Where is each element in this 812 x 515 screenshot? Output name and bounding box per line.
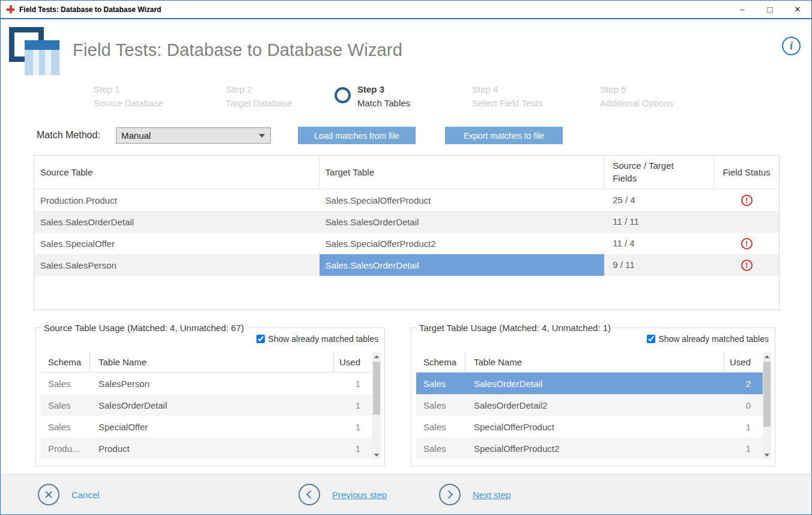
usage-table-row[interactable]: Produ...Product1 [41,437,372,459]
schema-cell: Sales [41,394,90,416]
column-header-source-table[interactable]: Source Table [34,156,320,189]
table-name-cell: SpecialOfferProduct [465,416,724,437]
previous-step-button[interactable]: Previous step [298,484,387,505]
match-table-row[interactable]: Production.ProductSales.SpecialOfferProd… [34,189,779,211]
used-cell: 0 [724,394,763,416]
column-header-used[interactable]: Used [334,352,372,372]
column-header-used[interactable]: Used [724,352,763,372]
source-show-matched-toggle[interactable]: Show already matched tables [256,334,378,344]
usage-table-row[interactable]: SalesSpecialOfferProduct21 [416,437,763,459]
usage-table-row[interactable]: SalesSalesOrderDetail2 [416,373,763,394]
next-step-button[interactable]: Next step [439,484,511,505]
maximize-button[interactable]: □ [756,1,784,18]
step-label: Step 4 [472,82,542,96]
usage-table-row[interactable]: SalesSpecialOffer1 [41,416,372,437]
used-cell: 1 [724,437,763,459]
target-table-cell[interactable]: Sales.SpecialOfferProduct [320,189,605,211]
source-table-cell[interactable]: Production.Product [34,189,320,211]
table-name-cell: SalesOrderDetail [465,373,724,394]
used-cell: 1 [334,416,372,437]
step-label: Step 1 [94,82,163,96]
schema-cell: Sales [416,416,465,437]
schema-cell: Sales [416,394,465,416]
target-table-cell[interactable]: Sales.SpecialOfferProduct2 [320,233,605,254]
cancel-label: Cancel [71,490,100,500]
source-usage-header: Schema Table Name Used [41,352,372,373]
table-name-cell: SalesOrderDetail [90,394,334,416]
target-table-cell[interactable]: Sales.SalesOrderDetail [320,211,605,233]
match-table-row[interactable]: Sales.SpecialOfferSales.SpecialOfferProd… [34,233,779,254]
fields-count-cell: 11 / 11 [604,211,714,233]
target-table-cell[interactable]: Sales.SalesOrderDetail [320,254,605,276]
schema-cell: Sales [41,416,90,437]
step-2: Step 2 Target Database [226,82,292,111]
used-cell: 1 [334,394,372,416]
scroll-up-icon[interactable] [372,352,381,361]
column-header-table-name[interactable]: Table Name [90,352,334,372]
warning-icon: ! [741,195,753,206]
source-table-cell[interactable]: Sales.SalesOrderDetail [34,211,320,233]
app-logo-icon [7,5,14,13]
step-sublabel: Source Database [94,96,163,110]
export-matches-button[interactable]: Export matches to file [445,127,563,144]
usage-table-row[interactable]: SalesSpecialOfferProduct1 [416,416,763,437]
usage-table-row[interactable]: SalesSalesPerson1 [41,373,372,394]
column-header-table-name[interactable]: Table Name [465,352,724,372]
source-show-matched-checkbox[interactable] [256,335,265,343]
active-step-indicator-icon [335,87,351,103]
scroll-thumb[interactable] [373,362,380,415]
step-5: Step 5 Additional Options [600,82,673,111]
footer-bar: Cancel Previous step Next step [1,474,811,514]
scroll-thumb[interactable] [763,362,771,427]
step-label: Step 3 [357,82,410,96]
column-header-schema[interactable]: Schema [416,352,465,372]
usage-table-row[interactable]: SalesSalesOrderDetail1 [41,394,372,416]
source-usage-scrollbar[interactable] [372,352,381,460]
column-header-field-status[interactable]: Field Status [714,156,779,189]
scroll-down-icon[interactable] [372,451,381,460]
page-title: Field Tests: Database to Database Wizard [73,40,402,60]
column-header-target-table[interactable]: Target Table [320,156,605,189]
step-sublabel: Target Database [226,96,292,110]
minimize-button[interactable]: – [729,1,756,18]
target-usage-body: SalesSalesOrderDetail2SalesSalesOrderDet… [416,373,771,459]
target-show-matched-checkbox[interactable] [647,335,655,343]
fields-count-cell: 9 / 11 [604,254,714,276]
cancel-button[interactable]: Cancel [38,484,100,505]
match-table-row[interactable]: Sales.SalesPersonSales.SalesOrderDetail9… [34,254,779,276]
source-table-cell[interactable]: Sales.SpecialOffer [34,233,320,254]
step-sublabel: Match Tables [357,96,410,110]
match-table-row[interactable]: Sales.SalesOrderDetailSales.SalesOrderDe… [34,211,779,233]
source-usage-title: Source Table Usage (Matched: 4, Unmatche… [41,323,247,333]
target-usage-scrollbar[interactable] [763,352,771,460]
close-button[interactable]: ✕ [784,1,811,18]
step-4: Step 4 Select Field Tests [472,82,542,111]
fields-count-cell: 25 / 4 [604,189,714,211]
table-name-cell: SalesPerson [90,373,334,394]
schema-cell: Produ... [41,437,90,459]
source-usage-groupbox: Source Table Usage (Matched: 4, Unmatche… [35,323,385,466]
scroll-up-icon[interactable] [763,352,771,361]
match-method-value: Manual [121,130,151,141]
target-usage-header: Schema Table Name Used [416,352,763,373]
field-status-cell: ! [714,254,779,276]
target-usage-table: Schema Table Name Used SalesSalesOrderDe… [416,352,771,460]
target-show-matched-label: Show already matched tables [658,334,769,344]
step-sublabel: Select Field Tests [472,96,542,110]
usage-table-row[interactable]: SalesSalesOrderDetail20 [416,394,763,416]
match-method-dropdown[interactable]: Manual [116,127,271,144]
next-step-label: Next step [473,490,511,500]
column-header-schema[interactable]: Schema [41,352,90,372]
schema-cell: Sales [416,437,465,459]
source-table-cell[interactable]: Sales.SalesPerson [34,254,320,276]
match-table-body: Production.ProductSales.SpecialOfferProd… [34,189,779,276]
field-status-cell [714,211,779,233]
column-header-source-target-fields[interactable]: Source / Target Fields [604,156,714,189]
table-name-cell: Product [90,437,334,459]
load-matches-button[interactable]: Load matches from file [298,127,416,144]
target-show-matched-toggle[interactable]: Show already matched tables [647,334,769,344]
scroll-down-icon[interactable] [763,451,771,460]
info-icon[interactable]: i [782,37,801,55]
step-label: Step 5 [600,82,673,96]
match-table: Source Table Target Table Source / Targe… [34,155,780,310]
